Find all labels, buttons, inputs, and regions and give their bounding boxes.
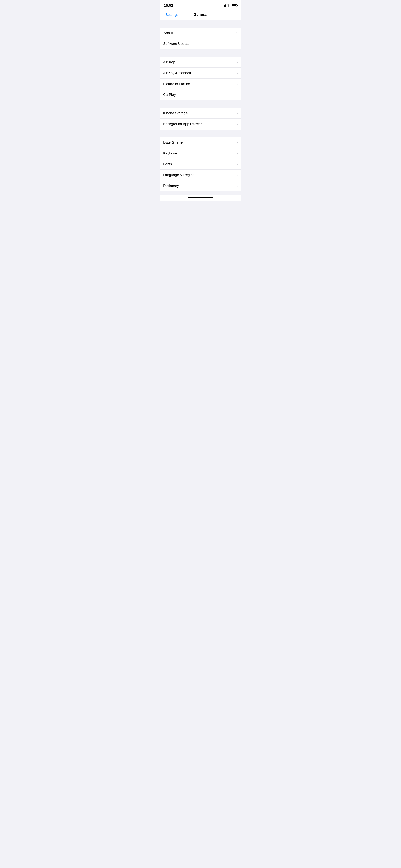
settings-group-2: AirDrop › AirPlay & Handoff › Picture in…	[160, 57, 241, 100]
chevron-icon: ›	[237, 122, 238, 126]
settings-item-background-app-refresh[interactable]: Background App Refresh ›	[160, 119, 241, 129]
settings-item-airdrop[interactable]: AirDrop ›	[160, 57, 241, 68]
wifi-icon	[227, 4, 230, 7]
settings-item-iphone-storage[interactable]: iPhone Storage ›	[160, 108, 241, 119]
settings-item-label: Language & Region	[163, 173, 194, 177]
bottom-area	[160, 191, 241, 201]
home-bar	[188, 197, 213, 198]
chevron-icon: ›	[237, 31, 238, 35]
settings-item-carplay[interactable]: CarPlay ›	[160, 89, 241, 100]
back-label: Settings	[165, 13, 178, 17]
settings-item-dictionary[interactable]: Dictionary ›	[160, 181, 241, 191]
status-icons	[222, 4, 237, 7]
settings-item-keyboard[interactable]: Keyboard ›	[160, 148, 241, 159]
settings-item-software-update[interactable]: Software Update ›	[160, 38, 241, 49]
settings-group-3: iPhone Storage › Background App Refresh …	[160, 108, 241, 129]
chevron-icon: ›	[237, 82, 238, 86]
settings-item-label: AirPlay & Handoff	[163, 71, 191, 75]
settings-item-label: About	[163, 31, 173, 35]
settings-group-1: About › Software Update ›	[160, 28, 241, 49]
settings-group-4: Date & Time › Keyboard › Fonts › Languag…	[160, 137, 241, 191]
settings-item-airplay-handoff[interactable]: AirPlay & Handoff ›	[160, 68, 241, 79]
settings-item-fonts[interactable]: Fonts ›	[160, 159, 241, 169]
home-indicator	[160, 195, 241, 199]
chevron-icon: ›	[237, 173, 238, 177]
chevron-icon: ›	[237, 111, 238, 115]
page-title: General	[193, 12, 207, 17]
nav-bar: ‹ Settings General	[160, 10, 241, 20]
chevron-icon: ›	[237, 141, 238, 144]
section-gap-1	[160, 20, 241, 28]
settings-item-label: AirDrop	[163, 60, 175, 64]
settings-item-label: Fonts	[163, 162, 172, 166]
settings-item-label: Dictionary	[163, 184, 179, 188]
settings-item-label: Keyboard	[163, 151, 178, 155]
settings-item-label: Date & Time	[163, 141, 183, 145]
chevron-icon: ›	[237, 162, 238, 166]
settings-item-language-region[interactable]: Language & Region ›	[160, 169, 241, 181]
settings-item-picture-in-picture[interactable]: Picture in Picture ›	[160, 79, 241, 89]
battery-icon	[232, 4, 237, 7]
back-button[interactable]: ‹ Settings	[163, 12, 178, 17]
chevron-icon: ›	[237, 71, 238, 75]
status-bar: 15:52	[160, 0, 241, 10]
settings-item-label: Picture in Picture	[163, 82, 190, 86]
section-gap-3	[160, 100, 241, 108]
settings-item-label: Background App Refresh	[163, 122, 203, 126]
chevron-icon: ›	[237, 184, 238, 188]
back-arrow-icon: ‹	[163, 12, 164, 17]
settings-item-label: iPhone Storage	[163, 111, 188, 115]
status-time: 15:52	[164, 4, 173, 8]
chevron-icon: ›	[237, 60, 238, 64]
settings-item-date-time[interactable]: Date & Time ›	[160, 137, 241, 148]
chevron-icon: ›	[237, 151, 238, 155]
section-gap-2	[160, 49, 241, 57]
settings-item-about[interactable]: About ›	[160, 28, 241, 38]
chevron-icon: ›	[237, 93, 238, 97]
settings-item-label: CarPlay	[163, 93, 176, 97]
chevron-icon: ›	[237, 42, 238, 46]
section-gap-4	[160, 129, 241, 137]
signal-bars-icon	[222, 4, 225, 7]
section-gap-bottom	[160, 191, 241, 195]
settings-item-label: Software Update	[163, 42, 190, 46]
